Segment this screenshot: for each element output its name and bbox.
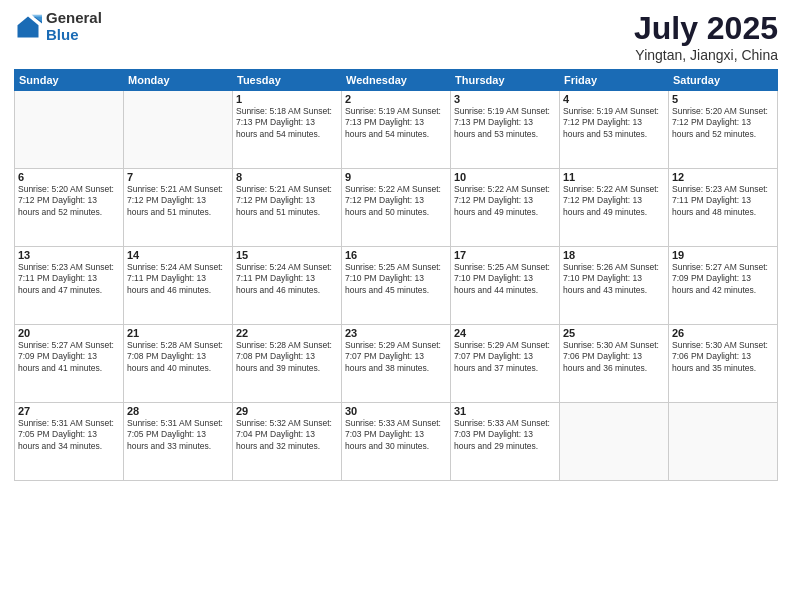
day-info: Sunrise: 5:19 AM Sunset: 7:12 PM Dayligh… [563, 106, 665, 140]
day-number: 11 [563, 171, 665, 183]
th-wednesday: Wednesday [342, 70, 451, 91]
day-info: Sunrise: 5:24 AM Sunset: 7:11 PM Dayligh… [236, 262, 338, 296]
table-row: 21Sunrise: 5:28 AM Sunset: 7:08 PM Dayli… [124, 325, 233, 403]
day-number: 21 [127, 327, 229, 339]
calendar-table: Sunday Monday Tuesday Wednesday Thursday… [14, 69, 778, 481]
week-row-1: 6Sunrise: 5:20 AM Sunset: 7:12 PM Daylig… [15, 169, 778, 247]
day-info: Sunrise: 5:25 AM Sunset: 7:10 PM Dayligh… [454, 262, 556, 296]
title-block: July 2025 Yingtan, Jiangxi, China [634, 10, 778, 63]
calendar-subtitle: Yingtan, Jiangxi, China [634, 47, 778, 63]
table-row: 23Sunrise: 5:29 AM Sunset: 7:07 PM Dayli… [342, 325, 451, 403]
day-info: Sunrise: 5:22 AM Sunset: 7:12 PM Dayligh… [563, 184, 665, 218]
day-number: 13 [18, 249, 120, 261]
day-info: Sunrise: 5:31 AM Sunset: 7:05 PM Dayligh… [18, 418, 120, 452]
day-number: 10 [454, 171, 556, 183]
table-row: 1Sunrise: 5:18 AM Sunset: 7:13 PM Daylig… [233, 91, 342, 169]
table-row: 3Sunrise: 5:19 AM Sunset: 7:13 PM Daylig… [451, 91, 560, 169]
header: General Blue July 2025 Yingtan, Jiangxi,… [14, 10, 778, 63]
table-row: 7Sunrise: 5:21 AM Sunset: 7:12 PM Daylig… [124, 169, 233, 247]
day-info: Sunrise: 5:20 AM Sunset: 7:12 PM Dayligh… [18, 184, 120, 218]
day-number: 20 [18, 327, 120, 339]
day-number: 3 [454, 93, 556, 105]
day-info: Sunrise: 5:19 AM Sunset: 7:13 PM Dayligh… [454, 106, 556, 140]
calendar-title: July 2025 [634, 10, 778, 47]
day-info: Sunrise: 5:33 AM Sunset: 7:03 PM Dayligh… [345, 418, 447, 452]
day-info: Sunrise: 5:28 AM Sunset: 7:08 PM Dayligh… [127, 340, 229, 374]
day-info: Sunrise: 5:28 AM Sunset: 7:08 PM Dayligh… [236, 340, 338, 374]
day-number: 27 [18, 405, 120, 417]
week-row-3: 20Sunrise: 5:27 AM Sunset: 7:09 PM Dayli… [15, 325, 778, 403]
table-row: 13Sunrise: 5:23 AM Sunset: 7:11 PM Dayli… [15, 247, 124, 325]
day-info: Sunrise: 5:20 AM Sunset: 7:12 PM Dayligh… [672, 106, 774, 140]
table-row: 12Sunrise: 5:23 AM Sunset: 7:11 PM Dayli… [669, 169, 778, 247]
table-row: 4Sunrise: 5:19 AM Sunset: 7:12 PM Daylig… [560, 91, 669, 169]
day-info: Sunrise: 5:26 AM Sunset: 7:10 PM Dayligh… [563, 262, 665, 296]
day-number: 28 [127, 405, 229, 417]
logo-icon [14, 13, 42, 41]
day-info: Sunrise: 5:25 AM Sunset: 7:10 PM Dayligh… [345, 262, 447, 296]
table-row: 30Sunrise: 5:33 AM Sunset: 7:03 PM Dayli… [342, 403, 451, 481]
day-info: Sunrise: 5:30 AM Sunset: 7:06 PM Dayligh… [672, 340, 774, 374]
table-row: 28Sunrise: 5:31 AM Sunset: 7:05 PM Dayli… [124, 403, 233, 481]
day-number: 7 [127, 171, 229, 183]
day-info: Sunrise: 5:22 AM Sunset: 7:12 PM Dayligh… [345, 184, 447, 218]
th-friday: Friday [560, 70, 669, 91]
day-number: 31 [454, 405, 556, 417]
day-info: Sunrise: 5:33 AM Sunset: 7:03 PM Dayligh… [454, 418, 556, 452]
day-info: Sunrise: 5:29 AM Sunset: 7:07 PM Dayligh… [345, 340, 447, 374]
th-tuesday: Tuesday [233, 70, 342, 91]
day-info: Sunrise: 5:32 AM Sunset: 7:04 PM Dayligh… [236, 418, 338, 452]
day-number: 16 [345, 249, 447, 261]
day-number: 22 [236, 327, 338, 339]
day-number: 18 [563, 249, 665, 261]
week-row-4: 27Sunrise: 5:31 AM Sunset: 7:05 PM Dayli… [15, 403, 778, 481]
day-number: 25 [563, 327, 665, 339]
logo-general-text: General [46, 10, 102, 27]
day-number: 9 [345, 171, 447, 183]
day-number: 19 [672, 249, 774, 261]
table-row [560, 403, 669, 481]
day-number: 12 [672, 171, 774, 183]
day-info: Sunrise: 5:27 AM Sunset: 7:09 PM Dayligh… [18, 340, 120, 374]
page: General Blue July 2025 Yingtan, Jiangxi,… [0, 0, 792, 612]
table-row: 6Sunrise: 5:20 AM Sunset: 7:12 PM Daylig… [15, 169, 124, 247]
table-row: 8Sunrise: 5:21 AM Sunset: 7:12 PM Daylig… [233, 169, 342, 247]
table-row: 16Sunrise: 5:25 AM Sunset: 7:10 PM Dayli… [342, 247, 451, 325]
day-number: 6 [18, 171, 120, 183]
day-info: Sunrise: 5:21 AM Sunset: 7:12 PM Dayligh… [236, 184, 338, 218]
svg-marker-0 [18, 16, 39, 37]
th-thursday: Thursday [451, 70, 560, 91]
table-row: 15Sunrise: 5:24 AM Sunset: 7:11 PM Dayli… [233, 247, 342, 325]
header-row: Sunday Monday Tuesday Wednesday Thursday… [15, 70, 778, 91]
table-row: 18Sunrise: 5:26 AM Sunset: 7:10 PM Dayli… [560, 247, 669, 325]
day-number: 23 [345, 327, 447, 339]
day-number: 17 [454, 249, 556, 261]
day-info: Sunrise: 5:18 AM Sunset: 7:13 PM Dayligh… [236, 106, 338, 140]
th-saturday: Saturday [669, 70, 778, 91]
day-number: 1 [236, 93, 338, 105]
table-row: 14Sunrise: 5:24 AM Sunset: 7:11 PM Dayli… [124, 247, 233, 325]
table-row: 22Sunrise: 5:28 AM Sunset: 7:08 PM Dayli… [233, 325, 342, 403]
logo-text: General Blue [46, 10, 102, 43]
day-info: Sunrise: 5:29 AM Sunset: 7:07 PM Dayligh… [454, 340, 556, 374]
table-row [15, 91, 124, 169]
table-row: 31Sunrise: 5:33 AM Sunset: 7:03 PM Dayli… [451, 403, 560, 481]
day-number: 8 [236, 171, 338, 183]
table-row: 29Sunrise: 5:32 AM Sunset: 7:04 PM Dayli… [233, 403, 342, 481]
week-row-2: 13Sunrise: 5:23 AM Sunset: 7:11 PM Dayli… [15, 247, 778, 325]
day-number: 15 [236, 249, 338, 261]
table-row: 5Sunrise: 5:20 AM Sunset: 7:12 PM Daylig… [669, 91, 778, 169]
table-row: 24Sunrise: 5:29 AM Sunset: 7:07 PM Dayli… [451, 325, 560, 403]
table-row [124, 91, 233, 169]
day-number: 14 [127, 249, 229, 261]
logo: General Blue [14, 10, 102, 43]
table-row: 11Sunrise: 5:22 AM Sunset: 7:12 PM Dayli… [560, 169, 669, 247]
day-number: 4 [563, 93, 665, 105]
table-row: 27Sunrise: 5:31 AM Sunset: 7:05 PM Dayli… [15, 403, 124, 481]
day-info: Sunrise: 5:23 AM Sunset: 7:11 PM Dayligh… [672, 184, 774, 218]
table-row: 26Sunrise: 5:30 AM Sunset: 7:06 PM Dayli… [669, 325, 778, 403]
day-number: 24 [454, 327, 556, 339]
day-info: Sunrise: 5:22 AM Sunset: 7:12 PM Dayligh… [454, 184, 556, 218]
table-row: 9Sunrise: 5:22 AM Sunset: 7:12 PM Daylig… [342, 169, 451, 247]
day-info: Sunrise: 5:19 AM Sunset: 7:13 PM Dayligh… [345, 106, 447, 140]
